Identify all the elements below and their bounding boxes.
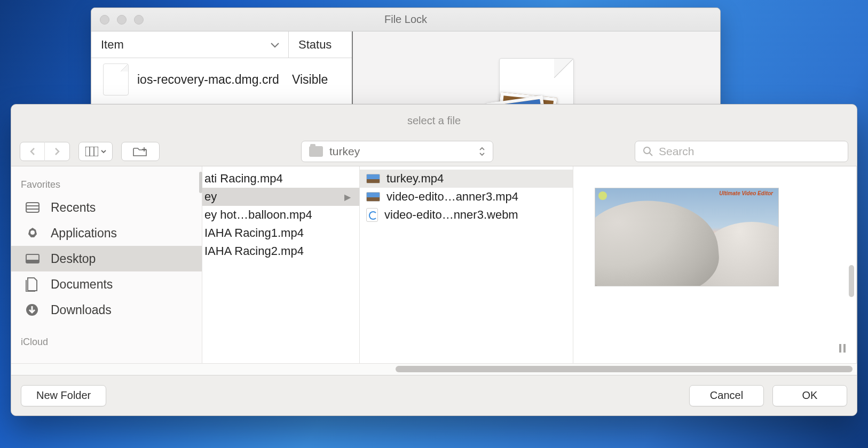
column-header-status-label: Status: [298, 38, 332, 52]
scrollbar-thumb[interactable]: [396, 366, 853, 372]
column-2[interactable]: turkey.mp4 video-edito…anner3.mp4 video-…: [360, 166, 573, 363]
column-header-item[interactable]: Item: [91, 31, 289, 58]
chevron-right-icon: ▶: [344, 192, 351, 202]
preview-pane: Ultimate Video Editor: [573, 166, 857, 363]
search-placeholder: Search: [659, 145, 695, 158]
svg-rect-0: [85, 147, 98, 156]
folder-icon: [309, 146, 323, 157]
list-item[interactable]: video-edito…nner3.webm: [360, 206, 573, 224]
sidebar-item-label: Applications: [51, 226, 117, 241]
back-button[interactable]: [20, 142, 45, 161]
sidebar-section-favorites: Favorites: [11, 174, 202, 195]
parent-window-title: File Lock: [384, 13, 427, 26]
file-status: Visible: [292, 73, 328, 87]
video-thumbnail-icon: [366, 174, 380, 183]
webm-file-icon: [366, 208, 378, 222]
list-item[interactable]: IAHA Racing2.mp4: [202, 242, 359, 260]
recents-icon: [25, 201, 42, 214]
list-item[interactable]: turkey.mp4: [360, 170, 573, 188]
svg-line-6: [650, 153, 652, 156]
column-header-item-label: Item: [101, 38, 124, 52]
column-browser: ati Racing.mp4 ey ▶ ey hot…balloon.mp4 I…: [202, 166, 857, 363]
dialog-body: Favorites Recents Applications Desktop: [11, 166, 857, 363]
sidebar-item-downloads[interactable]: Downloads: [11, 297, 202, 323]
preview-brand-text: Ultimate Video Editor: [719, 190, 773, 196]
file-name: ios-recovery-mac.dmg.crdow: [137, 73, 279, 87]
dialog-toolbar: turkey Search: [11, 137, 857, 166]
cancel-button[interactable]: Cancel: [689, 385, 764, 406]
dialog-footer: New Folder Cancel OK: [11, 375, 857, 415]
column-header-status[interactable]: Status: [289, 31, 352, 58]
open-file-dialog: select a file: [11, 104, 857, 416]
sidebar-item-label: Downloads: [51, 303, 112, 317]
preview-badge-icon: [598, 191, 607, 200]
sidebar-item-recents[interactable]: Recents: [11, 195, 202, 220]
preview-thumbnail: Ultimate Video Editor: [595, 188, 779, 286]
sidebar-section-icloud: iCloud: [11, 323, 202, 352]
column-1[interactable]: ati Racing.mp4 ey ▶ ey hot…balloon.mp4 I…: [202, 166, 360, 363]
scrollbar-vertical[interactable]: [849, 265, 854, 297]
current-folder-dropdown[interactable]: turkey: [301, 141, 493, 162]
sidebar-item-desktop[interactable]: Desktop: [11, 246, 202, 271]
sidebar-item-label: Documents: [51, 277, 113, 292]
generic-file-icon: [103, 63, 129, 95]
traffic-zoom-icon[interactable]: [134, 15, 144, 25]
applications-icon: [25, 227, 42, 239]
search-input[interactable]: Search: [635, 141, 848, 162]
sidebar-item-applications[interactable]: Applications: [11, 220, 202, 246]
new-folder-button[interactable]: New Folder: [21, 385, 106, 406]
nav-back-forward[interactable]: [20, 142, 70, 161]
columns-icon: [85, 147, 98, 156]
list-item[interactable]: video-edito…anner3.mp4: [360, 188, 573, 206]
stepper-icon: [479, 146, 485, 157]
traffic-close-icon[interactable]: [100, 15, 109, 25]
forward-button[interactable]: [45, 142, 69, 161]
table-row[interactable]: ios-recovery-mac.dmg.crdow Visible: [91, 58, 352, 101]
svg-point-5: [644, 147, 650, 154]
current-folder-name: turkey: [329, 145, 472, 158]
downloads-icon: [25, 303, 42, 317]
sidebar-item-label: Recents: [51, 201, 96, 215]
video-thumbnail-icon: [366, 192, 380, 202]
sidebar-item-label: Desktop: [51, 252, 96, 266]
desktop-icon: [25, 252, 42, 265]
traffic-lights: [100, 8, 144, 31]
documents-icon: [25, 277, 42, 292]
sidebar-item-documents[interactable]: Documents: [11, 271, 202, 297]
svg-rect-12: [26, 260, 39, 263]
pause-icon: [839, 344, 846, 353]
chevron-right-icon: [53, 147, 61, 156]
svg-point-10: [30, 230, 35, 235]
chevron-down-icon: [101, 149, 106, 154]
new-folder-toolbar-button[interactable]: [121, 142, 160, 161]
view-mode-button[interactable]: [78, 142, 113, 161]
ok-button[interactable]: OK: [772, 385, 847, 406]
chevron-down-icon: [270, 42, 280, 48]
sidebar: Favorites Recents Applications Desktop: [11, 166, 202, 363]
search-icon: [643, 146, 653, 157]
list-item[interactable]: ey ▶: [202, 188, 359, 206]
dialog-title: select a file: [11, 105, 857, 137]
list-item[interactable]: ey hot…balloon.mp4: [202, 206, 359, 224]
parent-headers: Item Status: [91, 31, 352, 58]
list-item[interactable]: IAHA Racing1.mp4: [202, 224, 359, 242]
list-item[interactable]: ati Racing.mp4: [202, 170, 359, 188]
scrollbar-horizontal[interactable]: [11, 363, 857, 375]
parent-titlebar: File Lock: [91, 8, 720, 31]
traffic-minimize-icon[interactable]: [117, 15, 127, 25]
svg-rect-7: [26, 203, 39, 212]
folder-plus-icon: [132, 146, 148, 157]
chevron-left-icon: [29, 147, 36, 156]
